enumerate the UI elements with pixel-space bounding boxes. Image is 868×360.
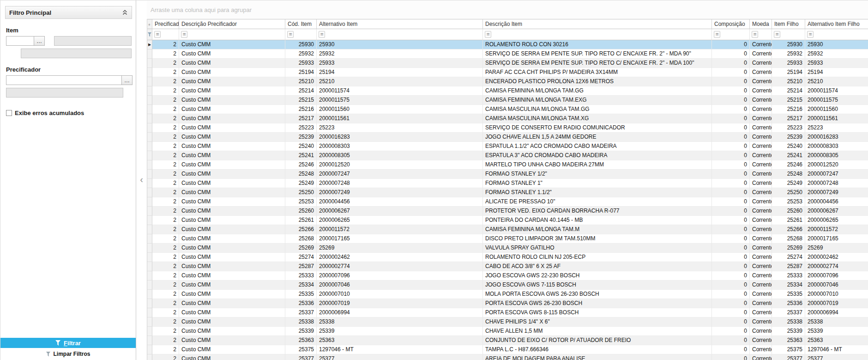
table-row[interactable]: 2Custo CMM253332000007096JOGO ESCOVA GWS… [147, 271, 868, 281]
grid-cell[interactable]: 2000007248 [805, 179, 868, 188]
grid-cell[interactable]: 0 [712, 96, 750, 105]
grid-cell[interactable]: Custo CMM [179, 86, 285, 96]
grid-cell[interactable]: Custo CMM [179, 281, 285, 290]
grid-cell[interactable]: 2000002462 [317, 253, 483, 262]
grid-cell[interactable]: 2 [152, 96, 179, 105]
grid-cell[interactable]: 2000011561 [317, 114, 483, 123]
grid-cell[interactable]: Corrente [750, 86, 772, 96]
grid-cell[interactable]: VALVULA SPRAY GATILHO [483, 244, 712, 253]
table-row[interactable]: 2Custo CMM253342000007046JOGO ESCOVA GWS… [147, 281, 868, 290]
grid-cell[interactable]: 2 [152, 290, 179, 299]
grid-cell[interactable]: 2 [152, 336, 179, 345]
table-row[interactable]: 2Custo CMM252682000017165DISCO PRETO LIM… [147, 234, 868, 244]
grid-cell[interactable]: Custo CMM [179, 345, 285, 354]
grid-cell[interactable]: 25223 [805, 123, 868, 133]
grid-cell[interactable]: PORTA ESCOVA GWS 26-230 BOSCH [483, 299, 712, 308]
table-row[interactable]: 2Custo CMM252872000002774CABO DE ACO 3/8… [147, 262, 868, 271]
grid-cell[interactable]: 2 [152, 105, 179, 114]
exibe-erros-row[interactable]: Exibe erros acumulados [6, 110, 136, 116]
grid-cell[interactable]: Custo CMM [179, 49, 285, 59]
grid-cell[interactable]: 2 [152, 133, 179, 142]
grid-cell[interactable]: 25261 [285, 216, 317, 225]
grid-cell[interactable]: Corrente [750, 271, 772, 281]
grid-cell[interactable]: 25933 [317, 59, 483, 68]
grid-cell[interactable]: 25930 [317, 40, 483, 49]
grid-cell[interactable]: 25337 [772, 308, 805, 317]
grid-cell[interactable]: 25268 [285, 234, 317, 244]
grid-cell[interactable]: 0 [712, 105, 750, 114]
limpar-filtros-button[interactable]: Limpar Filtros [0, 348, 136, 360]
filter-cell-alternativo-item-filho[interactable]: = [805, 29, 868, 40]
grid-cell[interactable]: 0 [712, 317, 750, 327]
grid-cell[interactable]: 0 [712, 59, 750, 68]
grid-cell[interactable]: CHAVE ALLEN 1,5 MM [483, 327, 712, 336]
grid-cell[interactable]: Custo CMM [179, 114, 285, 123]
grid-cell[interactable]: Corrente [750, 179, 772, 188]
grid-cell[interactable]: 2000007247 [805, 170, 868, 179]
grid-cell[interactable]: 2000011572 [317, 225, 483, 234]
grid-cell[interactable]: 25210 [317, 77, 483, 86]
grid-cell[interactable]: 25363 [285, 336, 317, 345]
grid-cell[interactable]: 25338 [317, 317, 483, 327]
grid-cell[interactable]: Custo CMM [179, 308, 285, 317]
grid-cell[interactable]: MOLA PORTA ESCOVA GWS 26-230 BOSCH [483, 290, 712, 299]
grid-cell[interactable]: 2000011560 [805, 105, 868, 114]
grid-cell[interactable]: 0 [712, 40, 750, 49]
grid-cell[interactable]: 2 [152, 188, 179, 197]
grid-cell[interactable]: 25253 [285, 197, 317, 207]
grid-cell[interactable]: 2000007046 [317, 281, 483, 290]
grid-cell[interactable]: 0 [712, 188, 750, 197]
grid-cell[interactable]: 25223 [772, 123, 805, 133]
grid-cell[interactable]: Custo CMM [179, 225, 285, 234]
filter-cell-cod-item[interactable]: = [285, 29, 317, 40]
grid-cell[interactable]: 2 [152, 197, 179, 207]
grid-cell[interactable]: Custo CMM [179, 68, 285, 77]
item-code-input[interactable] [6, 36, 34, 46]
grid-cell[interactable]: Corrente [750, 170, 772, 179]
grid-cell[interactable]: 2000007249 [317, 188, 483, 197]
grid-cell[interactable]: 2000011574 [805, 86, 868, 96]
grid-cell[interactable]: FORMAO STANLEY 1/2" [483, 170, 712, 179]
table-row[interactable]: 2Custo CMM252662000011572CAMISA FEMININA… [147, 225, 868, 234]
grid-cell[interactable]: 2 [152, 317, 179, 327]
table-row[interactable]: 2Custo CMM2533825338CHAVE PHILIPS 1/4" X… [147, 317, 868, 327]
grid-cell[interactable]: 25339 [285, 327, 317, 336]
filter-operator-icon[interactable]: = [154, 31, 161, 38]
grid-cell[interactable]: 1297046 - MT [317, 345, 483, 354]
table-row[interactable]: 2Custo CMM252462000012520MARTELO TIPO UN… [147, 160, 868, 170]
grid-cell[interactable]: 25932 [285, 49, 317, 59]
grid-cell[interactable]: 2 [152, 262, 179, 271]
grid-cell[interactable]: 2000007096 [317, 271, 483, 281]
grid-cell[interactable]: 0 [712, 234, 750, 244]
grid-cell[interactable]: 0 [712, 49, 750, 59]
grid-cell[interactable]: 0 [712, 216, 750, 225]
grid-cell[interactable]: 25333 [285, 271, 317, 281]
table-row[interactable]: 2Custo CMM2593325933SERVIÇO DE SERRA EM … [147, 59, 868, 68]
table-row[interactable]: 2Custo CMM2526925269VALVULA SPRAY GATILH… [147, 244, 868, 253]
grid-cell[interactable]: 0 [712, 253, 750, 262]
grid-cell[interactable]: 25223 [285, 123, 317, 133]
grid-cell[interactable]: TAMPA L.C - H87.666346 [483, 345, 712, 354]
grid-cell[interactable]: Corrente [750, 244, 772, 253]
grid-cell[interactable]: Corrente [750, 188, 772, 197]
grid-cell[interactable]: 0 [712, 77, 750, 86]
grid-cell[interactable]: 25375 [285, 345, 317, 354]
grid-cell[interactable]: 25363 [805, 336, 868, 345]
grid-cell[interactable]: 2000007096 [805, 271, 868, 281]
grid-cell[interactable]: 2 [152, 225, 179, 234]
table-row[interactable]: 2Custo CMM252392000016283JOGO CHAVE ALLE… [147, 133, 868, 142]
grid-cell[interactable]: CAMISA MASCULINA M/LONGA TAM.GG [483, 105, 712, 114]
grid-cell[interactable]: Corrente [750, 234, 772, 244]
grid-cell[interactable]: Custo CMM [179, 317, 285, 327]
grid-cell[interactable]: 2000008303 [805, 142, 868, 151]
grid-cell[interactable]: 2 [152, 151, 179, 160]
grid-cell[interactable]: 25223 [317, 123, 483, 133]
grid-cell[interactable]: Custo CMM [179, 327, 285, 336]
filter-operator-icon[interactable]: = [485, 31, 491, 38]
grid-cell[interactable]: Custo CMM [179, 77, 285, 86]
grid-cell[interactable]: 2 [152, 244, 179, 253]
grid-cell[interactable]: 25248 [772, 170, 805, 179]
grid-cell[interactable]: 25269 [772, 244, 805, 253]
grid-cell[interactable]: 2000007019 [805, 299, 868, 308]
grid-cell[interactable]: 2000006994 [805, 308, 868, 317]
